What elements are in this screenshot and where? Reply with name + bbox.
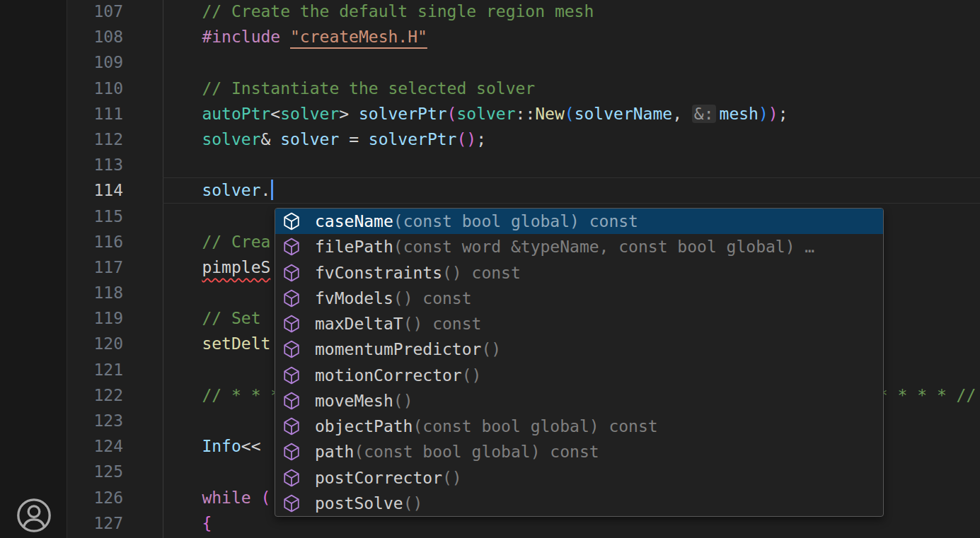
suggestion-signature: () [462, 366, 482, 385]
line-number: 109 [68, 49, 163, 75]
suggestion-item[interactable]: filePath(const word &typeName, const boo… [275, 234, 883, 259]
suggestion-name: fvModels [315, 289, 393, 308]
line-number: 112 [68, 127, 163, 152]
symbol-method-icon [282, 417, 301, 435]
suggestion-item[interactable]: momentumPredictor() [275, 337, 883, 362]
suggestion-name: postSolve [315, 494, 403, 513]
suggestion-name: objectPath [315, 417, 413, 435]
autocomplete-popup: caseName(const bool global) constfilePat… [275, 208, 884, 517]
suggestion-name: fvConstraints [315, 264, 442, 282]
line-content [163, 152, 980, 177]
line-content: solver. [163, 177, 980, 203]
code-line: 108 #include "createMesh.H" [68, 24, 980, 49]
inlay-hint: &: [692, 105, 716, 123]
line-number: 116 [68, 229, 163, 255]
suggestion-item[interactable]: fvModels() const [275, 286, 883, 311]
line-number: 119 [68, 305, 163, 331]
line-content: // Create the default single region mesh [163, 0, 980, 24]
symbol-method-icon [282, 469, 301, 487]
line-number: 122 [68, 382, 163, 408]
suggestion-name: moveMesh [315, 392, 393, 410]
line-content: autoPtr<solver> solverPtr(solver::New(so… [163, 101, 980, 127]
suggestion-name: filePath [315, 238, 393, 256]
suggestion-signature: (const bool global) const [413, 417, 657, 435]
suggestion-signature: () [393, 392, 413, 410]
suggestion-item[interactable]: fvConstraints() const [275, 260, 883, 286]
line-content: solver& solver = solverPtr(); [163, 127, 980, 152]
line-content: #include "createMesh.H" [163, 24, 980, 49]
line-number: 108 [68, 24, 163, 49]
suggestion-name: postCorrector [315, 469, 442, 487]
suggestion-name: caseName [315, 212, 393, 230]
line-number: 121 [68, 357, 163, 382]
line-number: 107 [68, 0, 163, 24]
suggestion-signature: () const [403, 315, 482, 333]
symbol-method-icon [282, 392, 301, 410]
suggestion-name: path [315, 443, 354, 461]
suggestion-signature: () const [442, 264, 521, 282]
suggestion-item[interactable]: caseName(const bool global) const [275, 209, 883, 234]
suggestion-item[interactable]: postCorrector() [275, 465, 883, 491]
symbol-method-icon [282, 289, 301, 308]
line-number: 125 [68, 459, 163, 484]
suggestion-name: motionCorrector [315, 366, 462, 385]
suggestion-item[interactable]: motionCorrector() [275, 363, 883, 388]
symbol-method-icon [282, 494, 301, 513]
suggestion-signature: (const bool global) const [354, 443, 599, 461]
line-number: 124 [68, 433, 163, 459]
text-cursor [271, 180, 273, 200]
symbol-method-icon [282, 315, 301, 333]
line-content [163, 49, 980, 75]
symbol-method-icon [282, 366, 301, 385]
line-number: 114 [68, 177, 163, 203]
symbol-method-icon [282, 264, 301, 282]
line-number: 120 [68, 331, 163, 356]
suggestion-signature: () [442, 469, 462, 487]
code-editor[interactable]: 107 // Create the default single region … [68, 0, 980, 538]
suggestion-item[interactable]: postSolve() [275, 491, 883, 516]
code-line: 113 [68, 152, 980, 177]
symbol-method-icon [282, 340, 301, 358]
symbol-method-icon [282, 212, 301, 230]
suggestion-signature: () [481, 340, 501, 358]
suggestion-item[interactable]: maxDeltaT() const [275, 311, 883, 337]
line-content: // Instantiate the selected solver [163, 76, 980, 101]
suggestion-signature: (const word &typeName, const bool global… [393, 238, 814, 256]
account-icon[interactable] [16, 498, 52, 533]
symbol-method-icon [282, 443, 301, 461]
suggestion-item[interactable]: objectPath(const bool global) const [275, 414, 883, 439]
activity-bar [0, 0, 67, 538]
line-number: 126 [68, 485, 163, 510]
line-number: 117 [68, 255, 163, 280]
code-line: 112 solver& solver = solverPtr(); [68, 127, 980, 152]
code-line: 111 autoPtr<solver> solverPtr(solver::Ne… [68, 101, 980, 127]
include-link[interactable]: "createMesh.H" [290, 28, 427, 46]
line-number: 123 [68, 408, 163, 433]
line-number: 113 [68, 152, 163, 177]
line-number: 110 [68, 76, 163, 101]
suggestion-name: momentumPredictor [315, 340, 481, 358]
suggestion-signature: (const bool global) const [393, 212, 638, 230]
suggestion-signature: () [403, 494, 423, 513]
code-line: 110 // Instantiate the selected solver [68, 76, 980, 101]
symbol-method-icon [282, 238, 301, 256]
suggestion-item[interactable]: path(const bool global) const [275, 439, 883, 464]
line-number: 111 [68, 101, 163, 127]
line-number: 127 [68, 510, 163, 536]
suggestion-name: maxDeltaT [315, 315, 403, 333]
code-line: 107 // Create the default single region … [68, 0, 980, 24]
code-line: 109 [68, 49, 980, 75]
line-number: 118 [68, 280, 163, 305]
suggestion-signature: () const [393, 289, 472, 308]
vscode-window: 107 // Create the default single region … [0, 0, 980, 538]
suggestion-item[interactable]: moveMesh() [275, 388, 883, 414]
code-line: 114 solver. [68, 177, 980, 203]
line-number: 115 [68, 204, 163, 229]
